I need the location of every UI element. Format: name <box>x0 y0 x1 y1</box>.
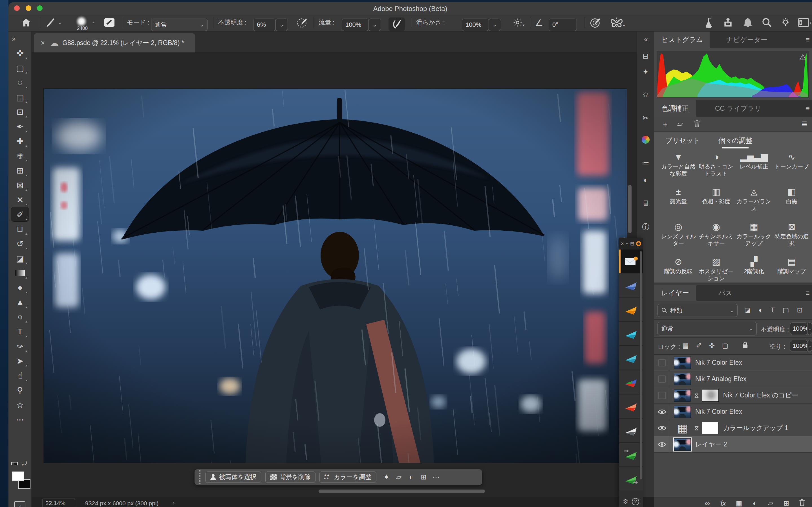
clone-stamp-tool[interactable]: ⊔ <box>11 222 29 236</box>
tab-adjustments-1[interactable]: CC ライブラリ <box>708 100 769 117</box>
pressure-opacity-icon[interactable] <box>297 14 308 31</box>
history-brush-tool[interactable]: ↺ <box>11 237 29 251</box>
filter-icon-0[interactable]: ◪ <box>744 306 751 314</box>
subtab-individual[interactable]: 個々の調整 <box>718 136 753 145</box>
adjustment-7[interactable]: ◧白黒 <box>772 186 811 205</box>
flow-dropdown-button[interactable]: ⌄ <box>368 18 381 31</box>
adjustment-0[interactable]: ▼カラーと自然な彩度 <box>659 151 698 177</box>
canvas-pasteboard[interactable]: 被写体を選択背景を削除カラーを調整 ✶▱◐⊞⋯ <box>32 52 637 497</box>
layer-fill-field[interactable]: 100% <box>790 340 808 352</box>
link-icon[interactable]: ∞ <box>703 499 712 507</box>
patch-tool[interactable]: ⊞ <box>11 163 29 177</box>
adjustments-panel-menu-icon[interactable]: ≡ <box>806 104 810 113</box>
layer-thumbnail[interactable] <box>674 389 691 402</box>
discover-lightbulb-icon[interactable] <box>780 14 791 31</box>
adjustment-2[interactable]: ▂▅▃▆レベル補正 <box>735 151 773 170</box>
layer-row[interactable]: Nik 7 Color Efex <box>654 404 812 420</box>
properties-panel-icon[interactable]: ≔ <box>637 159 654 168</box>
add-adjustment-icon[interactable]: ＋ <box>661 119 669 129</box>
brush-preset-picker[interactable]: 2400 ⌄ <box>75 13 96 30</box>
trash-icon[interactable] <box>798 499 806 507</box>
opacity-dropdown-button[interactable]: ⌄ <box>275 18 288 31</box>
layer-thumbnail[interactable] <box>674 438 691 451</box>
info-panel-icon[interactable]: ⓘ <box>637 222 654 232</box>
layer-visibility-toggle[interactable] <box>654 436 670 453</box>
move-tool[interactable]: ✜ <box>11 46 29 60</box>
smudge-tool[interactable]: ✕ <box>11 193 29 207</box>
layer-mask-thumbnail[interactable] <box>702 389 719 402</box>
layer-blend-mode-dropdown[interactable]: 通常 ⌄ <box>658 322 757 335</box>
toolbox-panel-icon[interactable]: ⌸ <box>637 199 654 208</box>
nik-collage[interactable] <box>619 274 643 297</box>
layer-visibility-toggle[interactable] <box>654 371 670 387</box>
layer-opacity-field[interactable]: 100% <box>790 323 808 335</box>
smoothing-options-gear-icon[interactable]: ▾ <box>513 14 525 31</box>
layer-visibility-toggle[interactable] <box>654 404 670 420</box>
contextual-taskbar[interactable]: 被写体を選択背景を削除カラーを調整 ✶▱◐⊞⋯ <box>195 469 482 485</box>
zoom-tool[interactable]: ⚲ <box>11 383 29 397</box>
symmetry-butterfly-icon[interactable]: ▾ <box>610 14 625 31</box>
custom-shape-tool[interactable]: ☆ <box>11 398 29 412</box>
plus-icon[interactable]: ⊞ <box>782 499 791 507</box>
nik-sharpener[interactable] <box>619 346 643 370</box>
nik-stack[interactable] <box>619 322 643 346</box>
generative-icon[interactable]: ✶ <box>380 473 393 481</box>
nik-help-icon[interactable]: ? <box>632 498 639 505</box>
expand-panels-icon[interactable]: » <box>12 35 15 43</box>
tool-preset-icon[interactable]: ⌄ <box>45 14 62 31</box>
filter-icon-4[interactable]: ⊡ <box>797 306 803 314</box>
beta-labs-icon[interactable] <box>704 14 714 31</box>
histogram-panel-menu-icon[interactable]: ≡ <box>806 36 810 44</box>
canvas-vertical-scrollbar[interactable] <box>628 185 631 233</box>
subtab-presets[interactable]: プリセット <box>665 136 700 145</box>
generative-panel-icon[interactable]: ✦ <box>637 68 654 76</box>
nik-close-icon[interactable]: × <box>621 241 624 247</box>
nik-silver-efex[interactable] <box>619 419 643 443</box>
trash-icon[interactable] <box>694 119 700 129</box>
hand-tool[interactable]: ☝ <box>11 369 29 383</box>
adjustment-11[interactable]: ⊠特定色域の選択 <box>772 221 811 247</box>
nik-scrollbar[interactable] <box>640 251 642 480</box>
snip-panel-icon[interactable]: ✂ <box>637 114 654 122</box>
layer-thumbnail[interactable]: ▦ <box>674 422 691 434</box>
foreground-color-swatch[interactable] <box>12 471 24 481</box>
airbrush-toggle-button[interactable] <box>389 17 405 31</box>
eyedropper-tool[interactable]: ✒ <box>11 119 29 133</box>
toggle-brush-panel-button[interactable] <box>104 14 114 31</box>
layer-row[interactable]: レイヤー 2 <box>654 436 812 453</box>
frame-tool[interactable]: ⊠ <box>11 178 29 192</box>
transform-icon[interactable]: ▱ <box>393 473 405 481</box>
layer-visibility-toggle[interactable] <box>654 420 670 436</box>
mask-icon[interactable]: ▣ <box>735 499 743 507</box>
close-document-icon[interactable]: × <box>41 39 45 47</box>
lock-icon-2[interactable]: ✜ <box>709 342 715 349</box>
tab-adjustments-0[interactable]: 色調補正 <box>654 100 696 117</box>
half-icon[interactable]: ◐ <box>751 499 759 507</box>
healing-brush-tool[interactable]: ✙ <box>11 149 29 163</box>
layer-opacity-dropdown[interactable]: ⌄ <box>807 323 812 335</box>
adjustment-5[interactable]: ▥色相・彩度 <box>697 186 735 205</box>
remove-background-button[interactable]: 背景を削除 <box>265 471 316 483</box>
nik-hdr-efex[interactable] <box>619 249 643 273</box>
swap-colors-icon[interactable]: ⤾ <box>22 460 27 466</box>
history-panel-icon[interactable]: ⊟ <box>637 52 654 61</box>
adjustments-panel-icon[interactable]: ◐ <box>637 176 654 184</box>
adjustment-12[interactable]: ⊘階調の反転 <box>659 256 698 275</box>
dodge-tool[interactable]: ⌽ <box>11 310 29 324</box>
search-icon[interactable] <box>762 14 772 31</box>
more-options-icon[interactable]: ⋯ <box>430 473 442 481</box>
lock-icon-0[interactable]: ▦ <box>682 342 689 349</box>
type-tool[interactable]: T <box>11 325 29 339</box>
workspace-switcher-icon[interactable] <box>798 14 809 31</box>
lock-all-icon[interactable] <box>742 341 748 350</box>
adjustment-4[interactable]: ±露光量 <box>659 186 698 205</box>
adjustment-1[interactable]: ◑明るさ・コントラスト <box>697 151 735 177</box>
home-icon[interactable] <box>21 14 31 31</box>
nik-out[interactable] <box>619 467 643 491</box>
nik-panel-icon[interactable]: ⊟ <box>630 240 635 247</box>
folder-icon[interactable]: ▱ <box>677 119 683 128</box>
taskbar-drag-handle[interactable] <box>199 470 201 484</box>
tab-histogram-0[interactable]: ヒストグラム <box>654 32 710 48</box>
layer-fill-dropdown[interactable]: ⌄ <box>807 340 812 352</box>
tab-histogram-1[interactable]: ナビゲーター <box>719 32 775 48</box>
